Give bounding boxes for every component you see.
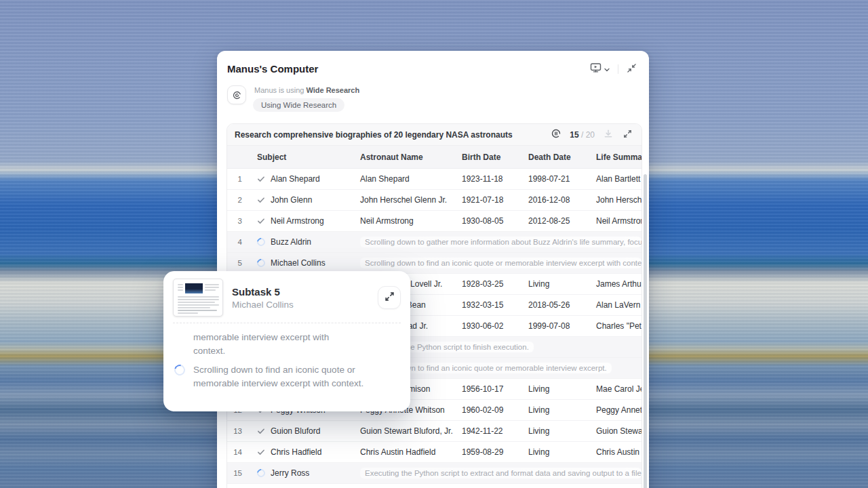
check-icon	[257, 427, 265, 435]
agent-status-text: Manus is using Wide Research	[254, 86, 359, 94]
wide-research-badge[interactable]: Using Wide Research	[253, 98, 344, 112]
spinner-icon	[256, 237, 267, 247]
astronaut-name: Alan Shepard	[353, 174, 455, 184]
popup-subtitle: Michael Collins	[232, 300, 369, 310]
subject-label: Chris Hadfield	[271, 447, 321, 457]
subject-label: Jerry Ross	[271, 468, 309, 478]
astronaut-name: John Herschel Glenn Jr.	[353, 195, 455, 205]
table-row[interactable]: 15 Jerry Ross Executing the Python scrip…	[227, 463, 642, 484]
life-summary: Charles "Pete" Conrad	[589, 321, 642, 331]
subtask-status-text: Scrolling down to find an iconic quote o…	[193, 363, 378, 390]
check-icon	[257, 175, 265, 183]
subject-label: Michael Collins	[271, 258, 326, 268]
subject-label: Buzz Aldrin	[271, 237, 311, 247]
astronaut-name: Guion Stewart Bluford, Jr.	[353, 426, 455, 436]
subtask-status-item: Scrolling down to find an iconic quote o…	[174, 363, 399, 390]
birth-date: 1921-07-18	[455, 195, 521, 205]
death-date: 2012-08-25	[521, 216, 589, 226]
previous-step-continuation: memorable interview excerpt with context…	[193, 331, 357, 358]
row-number: 2	[227, 196, 252, 204]
expand-icon	[623, 129, 632, 140]
row-number: 4	[227, 238, 252, 246]
column-header-astronaut-name: Astronaut Name	[353, 152, 455, 162]
birth-date: 1928-03-25	[455, 279, 521, 289]
life-summary: Alan Bartlett Shepard Jr.	[589, 174, 642, 184]
window-header: Manus's Computer	[217, 51, 649, 77]
webpage-preview	[173, 279, 223, 317]
window-scrollbar[interactable]	[644, 174, 647, 488]
subtask-thumbnail[interactable]	[173, 279, 223, 317]
subject-label: John Glenn	[271, 195, 312, 205]
check-icon	[257, 196, 265, 204]
manus-computer-window: Manus's Computer	[217, 51, 649, 488]
subject-label: Neil Armstrong	[271, 216, 324, 226]
subject-label: Guion Bluford	[271, 426, 320, 436]
agent-status-row: Manus is using Wide Research Using Wide …	[217, 77, 649, 112]
table-row[interactable]: 4 Buzz Aldrin Scrolling down to gather m…	[227, 232, 642, 253]
collapse-button[interactable]	[625, 62, 638, 77]
life-summary: John Herschel Glenn Jr.	[589, 195, 642, 205]
pause-circle-icon	[551, 129, 561, 140]
death-date: 2016-12-08	[521, 195, 589, 205]
display-menu-button[interactable]	[589, 61, 611, 77]
window-title: Manus's Computer	[227, 63, 318, 75]
expand-button[interactable]	[622, 128, 633, 142]
task-toolbar: Research comprehensive biographies of 20…	[227, 124, 642, 146]
chevron-down-icon	[604, 64, 610, 74]
table-header: Subject Astronaut Name Birth Date Death …	[227, 146, 642, 169]
download-icon	[604, 129, 613, 140]
death-date: Living	[521, 426, 589, 436]
row-number: 14	[227, 448, 252, 456]
death-date: Living	[521, 405, 589, 415]
loading-spinner-icon	[172, 363, 187, 378]
table-row[interactable]: 16 Franklin Chang-Diaz Franklin Chang-Di…	[227, 484, 642, 488]
status-text: Scrolling down to gather more informatio…	[360, 237, 642, 247]
row-number: 13	[227, 427, 252, 435]
table-row[interactable]: 2 John Glenn John Herschel Glenn Jr. 192…	[227, 190, 642, 211]
birth-date: 1923-11-18	[455, 174, 521, 184]
life-summary: Alan LaVern Bean	[589, 300, 642, 310]
life-summary: Chris Austin Hadfield	[589, 447, 642, 457]
life-summary: Peggy Annette Whitson	[589, 405, 642, 415]
astronaut-name: Neil Armstrong	[353, 216, 455, 226]
download-button[interactable]	[602, 127, 614, 142]
table-row[interactable]: 13 Guion Bluford Guion Stewart Bluford, …	[227, 421, 642, 442]
death-date: Living	[521, 384, 589, 394]
subject-label: Alan Shepard	[271, 174, 320, 184]
pause-button[interactable]	[550, 127, 562, 142]
column-header-birth-date: Birth Date	[455, 152, 521, 162]
death-date: Living	[521, 447, 589, 457]
subtask-popup-header: Subtask 5 Michael Collins	[163, 271, 410, 323]
table-row[interactable]: 14 Chris Hadfield Chris Austin Hadfield …	[227, 442, 642, 463]
birth-date: 1959-08-29	[455, 447, 521, 457]
row-number: 5	[227, 259, 252, 267]
birth-date: 1960-02-09	[455, 405, 521, 415]
check-icon	[257, 217, 265, 225]
monitor-icon	[590, 62, 602, 75]
life-summary: Neil Armstrong was	[589, 216, 642, 226]
death-date: Living	[521, 279, 589, 289]
column-header-subject: Subject	[252, 152, 353, 162]
collapse-icon	[627, 63, 637, 75]
death-date: 1998-07-21	[521, 174, 589, 184]
death-date: 1999-07-08	[521, 321, 589, 331]
birth-date: 1930-08-05	[455, 216, 521, 226]
check-icon	[257, 448, 265, 456]
status-text: Executing the Python script to extract a…	[360, 468, 642, 479]
popup-body: memorable interview excerpt with context…	[163, 323, 410, 401]
status-text: Scrolling down to find an iconic quote o…	[360, 258, 642, 268]
popup-expand-button[interactable]	[378, 286, 401, 309]
row-number: 1	[227, 175, 252, 183]
wide-research-icon	[227, 85, 246, 104]
astronaut-name: Chris Austin Hadfield	[353, 447, 455, 457]
popup-expand-icon	[384, 291, 395, 304]
life-summary: James Arthur Lovell Jr.	[589, 279, 642, 289]
spinner-icon	[256, 258, 267, 268]
row-number: 15	[227, 469, 252, 477]
column-header-death-date: Death Date	[521, 152, 589, 162]
subtask-popup: Subtask 5 Michael Collins memorable inte…	[163, 271, 410, 411]
life-summary: Mae Carol Jemison	[589, 384, 642, 394]
table-row[interactable]: 1 Alan Shepard Alan Shepard 1923-11-18 1…	[227, 169, 642, 190]
progress-counter: 15 / 20	[570, 130, 595, 140]
table-row[interactable]: 3 Neil Armstrong Neil Armstrong 1930-08-…	[227, 211, 642, 232]
